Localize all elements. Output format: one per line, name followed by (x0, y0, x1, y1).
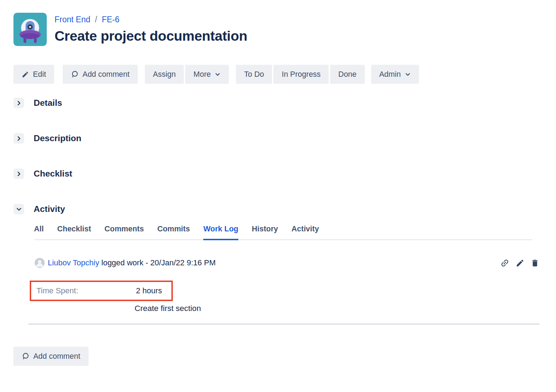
tab-history[interactable]: History (252, 225, 278, 239)
assign-more-group: Assign More (145, 65, 229, 84)
edit-pencil-icon[interactable] (516, 259, 524, 267)
edit-button[interactable]: Edit (13, 65, 54, 84)
todo-button-label: To Do (244, 70, 264, 79)
breadcrumb-separator: / (95, 15, 97, 24)
worklog-actions (500, 258, 539, 268)
admin-button[interactable]: Admin (371, 65, 419, 84)
trash-icon[interactable] (531, 259, 539, 267)
add-comment-button[interactable]: Add comment (63, 65, 138, 84)
issue-header: Front End / FE-6 Create project document… (13, 13, 542, 46)
breadcrumb-project-link[interactable]: Front End (55, 15, 90, 24)
assign-button[interactable]: Assign (145, 65, 184, 84)
header-text: Front End / FE-6 Create project document… (55, 13, 247, 44)
toolbar: Edit Add comment Assign More (13, 65, 542, 84)
tab-comments[interactable]: Comments (104, 225, 144, 239)
tab-checklist[interactable]: Checklist (57, 225, 91, 239)
tab-activity[interactable]: Activity (291, 225, 319, 239)
footer-bar: Add comment (13, 347, 542, 366)
issue-page: Front End / FE-6 Create project document… (0, 0, 556, 392)
more-button-label: More (193, 70, 211, 79)
link-icon[interactable] (500, 258, 510, 268)
pencil-icon (22, 71, 29, 78)
highlight-box: Time Spent: 2 hours (30, 281, 173, 301)
done-button-label: Done (338, 70, 356, 79)
chevron-down-icon (215, 71, 221, 77)
assign-button-label: Assign (153, 70, 176, 79)
chevron-down-icon (13, 204, 24, 214)
comment-bubble-icon (22, 352, 29, 360)
add-comment-button-label: Add comment (83, 70, 130, 79)
activity-tabs: All Checklist Comments Commits Work Log … (34, 225, 532, 240)
ufo-alien-icon (13, 13, 47, 46)
chevron-right-icon (13, 133, 24, 144)
section-description[interactable]: Description (13, 133, 542, 144)
in-progress-status-button[interactable]: In Progress (273, 65, 329, 84)
breadcrumb: Front End / FE-6 (55, 15, 247, 24)
section-checklist-label: Checklist (34, 169, 72, 179)
worklog-action-text: logged work - 20/Jan/22 9:16 PM (101, 258, 216, 267)
tab-commits[interactable]: Commits (157, 225, 190, 239)
project-avatar (13, 13, 47, 46)
worklog-header-text: Liubov Topchiy logged work - 20/Jan/22 9… (48, 258, 216, 267)
worklog-comment: Create first section (135, 304, 542, 313)
status-transition-group: To Do In Progress Done (236, 65, 365, 84)
section-activity-label: Activity (34, 204, 65, 214)
admin-button-label: Admin (379, 70, 401, 79)
chevron-right-icon (13, 168, 24, 179)
add-comment-footer-label: Add comment (33, 352, 80, 361)
edit-button-label: Edit (33, 70, 46, 79)
add-comment-footer-button[interactable]: Add comment (13, 347, 89, 366)
worklog-entry-header: Liubov Topchiy logged work - 20/Jan/22 9… (13, 258, 539, 268)
section-checklist[interactable]: Checklist (13, 168, 542, 179)
more-button[interactable]: More (185, 65, 229, 84)
in-progress-button-label: In Progress (282, 70, 320, 79)
section-activity[interactable]: Activity (13, 204, 542, 214)
time-spent-value: 2 hours (136, 286, 162, 295)
worklog-divider (28, 324, 539, 324)
comment-bubble-icon (71, 70, 79, 78)
section-details[interactable]: Details (13, 98, 542, 108)
todo-status-button[interactable]: To Do (236, 65, 272, 84)
time-spent-label: Time Spent: (36, 286, 136, 295)
user-avatar (35, 258, 45, 268)
tab-work-log[interactable]: Work Log (203, 225, 238, 239)
tab-all[interactable]: All (34, 225, 44, 239)
page-title: Create project documentation (55, 28, 247, 44)
done-status-button[interactable]: Done (330, 65, 364, 84)
worklog-author-link[interactable]: Liubov Topchiy (48, 258, 99, 267)
chevron-down-icon (405, 71, 411, 77)
section-details-label: Details (34, 98, 62, 108)
section-description-label: Description (34, 133, 81, 143)
breadcrumb-issue-link[interactable]: FE-6 (102, 15, 119, 24)
chevron-right-icon (13, 98, 24, 108)
